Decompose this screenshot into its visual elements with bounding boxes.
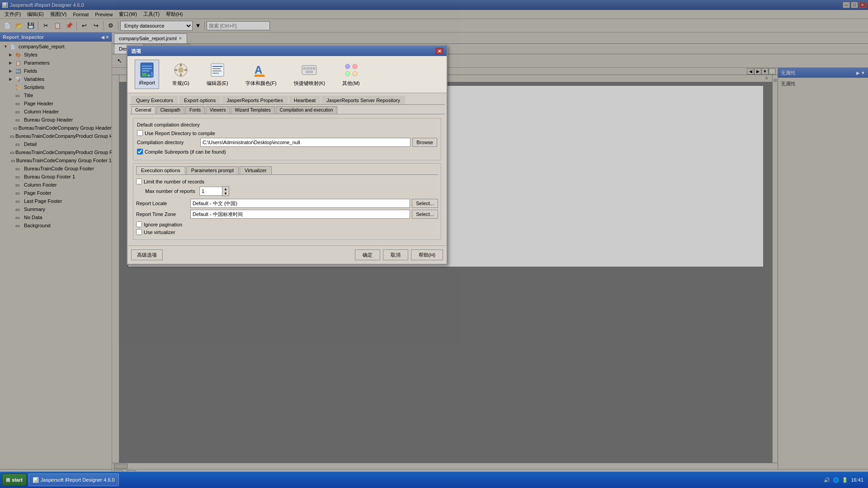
select-tz-btn[interactable]: Select... bbox=[412, 210, 438, 219]
locale-input[interactable] bbox=[190, 199, 410, 208]
svg-rect-9 bbox=[180, 64, 182, 66]
dialog-title: 选项 bbox=[131, 48, 141, 55]
max-records-spinner: ▲ ▼ bbox=[199, 186, 229, 196]
tab-heartbeat[interactable]: Heartbeat bbox=[289, 96, 321, 104]
tray-icon-sound: 🔊 bbox=[824, 477, 830, 483]
spin-up-btn[interactable]: ▲ bbox=[222, 187, 229, 191]
num-spinners: ▲ ▼ bbox=[222, 186, 229, 196]
ignore-pagination-checkbox[interactable] bbox=[136, 221, 142, 227]
taskbar-ireport[interactable]: 📊 Jaspersoft iReport Designer 4.6.0 bbox=[28, 474, 119, 486]
timezone-input[interactable] bbox=[190, 210, 410, 219]
misc-icon bbox=[343, 62, 359, 78]
tab-query-executors[interactable]: Query Executors bbox=[131, 96, 178, 104]
max-records-row: Max number of reports ▲ ▼ bbox=[145, 186, 438, 196]
svg-rect-1 bbox=[142, 66, 152, 67]
top-tabs: Query Executors Export options JasperRep… bbox=[129, 95, 445, 105]
tab-export-options[interactable]: Export options bbox=[179, 96, 221, 104]
taskbar-items: 📊 Jaspersoft iReport Designer 4.6.0 bbox=[28, 474, 820, 486]
use-virtualizer-checkbox[interactable] bbox=[136, 229, 142, 235]
sub-tab-compilation[interactable]: Compilation and execution bbox=[276, 106, 337, 114]
advanced-btn[interactable]: 高级选项 bbox=[131, 249, 163, 260]
sub-tab-fonts[interactable]: Fonts bbox=[185, 106, 205, 114]
compile-sub-checkbox[interactable] bbox=[137, 149, 143, 155]
tab-jasper-props[interactable]: JasperReports Properties bbox=[222, 96, 288, 104]
cancel-btn[interactable]: 取消 bbox=[383, 249, 408, 260]
keymap-icon bbox=[301, 62, 317, 78]
help-btn[interactable]: 帮助(H) bbox=[411, 249, 443, 260]
comp-dir-row: Compilation directory Browse bbox=[137, 138, 437, 147]
footer-left: 高级选项 bbox=[131, 249, 163, 260]
icon-editor[interactable]: 编辑器(E) bbox=[203, 60, 232, 89]
icon-misc[interactable]: 其他(M) bbox=[338, 60, 364, 89]
use-virtualizer-row: Use virtualizer bbox=[136, 229, 438, 235]
icon-ireport[interactable]: iReport bbox=[135, 60, 159, 89]
svg-rect-21 bbox=[303, 67, 306, 70]
max-records-input[interactable] bbox=[199, 187, 222, 196]
tab-server-repo[interactable]: JasperReports Server Repository bbox=[321, 96, 405, 104]
icon-label: 编辑器(E) bbox=[207, 80, 228, 87]
exec-tab-params[interactable]: Parameters prompt bbox=[186, 166, 239, 174]
svg-rect-19 bbox=[255, 75, 264, 77]
sub-tab-label: Viewers bbox=[210, 108, 226, 113]
start-button[interactable]: ⊞ start bbox=[2, 474, 27, 486]
dialog-close-btn[interactable]: ✕ bbox=[436, 48, 443, 54]
svg-rect-6 bbox=[151, 72, 153, 76]
general-icon bbox=[173, 62, 189, 78]
sub-tab-label: Wizard Templates bbox=[235, 108, 270, 113]
dialog-title-bar: 选项 ✕ bbox=[127, 46, 447, 56]
locale-row: Report Locale Select... bbox=[136, 199, 438, 208]
icon-font-color[interactable]: A 字体和颜色(F) bbox=[241, 60, 281, 89]
exec-tab-label: Parameters prompt bbox=[191, 168, 234, 173]
sub-tabs: General Classpath Fonts Viewers Wizard T… bbox=[129, 105, 445, 114]
sub-tab-classpath[interactable]: Classpath bbox=[156, 106, 184, 114]
svg-rect-16 bbox=[212, 70, 222, 71]
sub-tab-label: Classpath bbox=[160, 108, 180, 113]
comp-dir-input[interactable] bbox=[200, 138, 410, 147]
tray-icon-network: 🌐 bbox=[833, 477, 839, 483]
use-report-dir-checkbox[interactable] bbox=[137, 130, 143, 136]
svg-rect-14 bbox=[212, 66, 222, 67]
select-locale-btn[interactable]: Select... bbox=[412, 199, 438, 208]
limit-records-checkbox[interactable] bbox=[136, 178, 142, 184]
compilation-title: Default compilation directory bbox=[137, 122, 437, 127]
max-records-label: Max number of reports bbox=[145, 188, 199, 194]
svg-rect-22 bbox=[307, 67, 309, 70]
sub-tab-wizard[interactable]: Wizard Templates bbox=[231, 106, 274, 114]
ignore-pagination-label: Ignore pagination bbox=[144, 222, 182, 227]
exec-tab-label: Execution options bbox=[141, 168, 180, 173]
use-report-dir-row: Use Report Directory to compile bbox=[137, 130, 437, 136]
icon-label: 字体和颜色(F) bbox=[245, 80, 277, 87]
taskbar-tray: 🔊 🌐 🔋 16:41 bbox=[821, 477, 866, 483]
sub-tab-general[interactable]: General bbox=[131, 106, 156, 114]
icon-label: 常规(G) bbox=[172, 80, 189, 87]
tab-label: JasperReports Server Repository bbox=[326, 98, 400, 103]
icon-label: 其他(M) bbox=[342, 80, 360, 87]
spin-down-btn[interactable]: ▼ bbox=[222, 191, 229, 196]
svg-point-28 bbox=[345, 71, 350, 76]
tab-label: Query Executors bbox=[136, 98, 173, 103]
icon-general[interactable]: 常规(G) bbox=[168, 60, 193, 89]
tab-label: Export options bbox=[184, 98, 216, 103]
svg-point-29 bbox=[353, 71, 357, 76]
svg-rect-20 bbox=[302, 66, 316, 75]
exec-tab-options[interactable]: Execution options bbox=[136, 166, 185, 174]
start-label: start bbox=[12, 477, 23, 483]
timezone-row: Report Time Zone Select... bbox=[136, 210, 438, 219]
sub-tab-label: Fonts bbox=[189, 108, 201, 113]
font-color-icon: A bbox=[253, 62, 269, 78]
taskbar-item-icon: 📊 bbox=[33, 477, 39, 483]
dialog-footer: 高级选项 确定 取消 帮助(H) bbox=[127, 245, 447, 264]
options-dialog: 选项 ✕ iReport bbox=[127, 45, 448, 265]
comp-dir-label: Compilation directory bbox=[137, 140, 200, 145]
ok-btn[interactable]: 确定 bbox=[355, 249, 380, 260]
exec-tab-virtualizer[interactable]: Virtualizer bbox=[240, 166, 272, 174]
sub-tab-viewers[interactable]: Viewers bbox=[206, 106, 230, 114]
execution-section: Execution options Parameters prompt Virt… bbox=[133, 163, 441, 240]
browse-btn[interactable]: Browse bbox=[412, 138, 437, 147]
limit-records-row: Limit the number of records bbox=[136, 178, 438, 184]
taskbar: ⊞ start 📊 Jaspersoft iReport Designer 4.… bbox=[0, 472, 868, 488]
use-virtualizer-label: Use virtualizer bbox=[144, 230, 175, 235]
svg-rect-12 bbox=[184, 69, 187, 71]
sub-tab-label: Compilation and execution bbox=[280, 108, 333, 113]
icon-keymap[interactable]: 快捷键映射(K) bbox=[290, 60, 330, 89]
